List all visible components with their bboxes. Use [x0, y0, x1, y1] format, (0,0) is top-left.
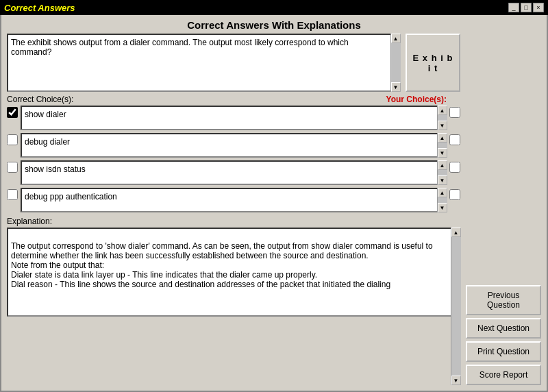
choice-text-2: debug dialer — [21, 133, 447, 158]
your-choices-label: Your Choice(s): — [386, 95, 447, 104]
scroll-up-4[interactable]: ▲ — [438, 188, 447, 197]
choice-text-4: debug ppp authentication — [21, 188, 447, 212]
your-checkbox-2[interactable] — [449, 134, 460, 145]
explanation-container: The output correspond to 'show dialer' c… — [7, 228, 460, 385]
minimize-button[interactable]: _ — [508, 3, 519, 12]
choice-text-1: show dialer — [21, 106, 447, 130]
scroll-down-2[interactable]: ▼ — [438, 148, 447, 158]
page-title: Correct Answers With Explanations — [1, 15, 547, 34]
scroll-down-1[interactable]: ▼ — [438, 121, 447, 130]
close-button[interactable]: × — [533, 3, 544, 12]
explanation-label: Explanation: — [7, 217, 460, 226]
scroll-up-3[interactable]: ▲ — [438, 160, 447, 170]
labels-row: Correct Choice(s): Your Choice(s): — [7, 93, 460, 106]
your-checkbox-3[interactable] — [449, 162, 460, 173]
previous-question-button[interactable]: Previous Question — [466, 285, 541, 315]
correct-checkbox-2[interactable] — [7, 134, 18, 145]
correct-checkbox-4[interactable] — [7, 189, 18, 200]
question-scrollbar[interactable]: ▲ ▼ — [390, 34, 400, 92]
explanation-scrollbar[interactable]: ▲ ▼ — [451, 228, 460, 385]
choice-row-4: debug ppp authentication ▲ ▼ — [7, 188, 460, 212]
right-panel: Previous Question Next Question Print Qu… — [466, 34, 541, 385]
question-text: The exhibit shows output from a dialer c… — [7, 34, 400, 92]
next-question-button[interactable]: Next Question — [466, 318, 541, 339]
choice-row-2: debug dialer ▲ ▼ — [7, 133, 460, 158]
score-report-button[interactable]: Score Report — [466, 365, 541, 385]
explanation-text: The output correspond to 'show dialer' c… — [7, 228, 460, 317]
app-title: Correct Answers — [4, 3, 75, 13]
scroll-up-arrow[interactable]: ▲ — [391, 34, 401, 43]
left-panel: The exhibit shows output from a dialer c… — [7, 34, 460, 385]
choice-scrollbar-2[interactable]: ▲ ▼ — [437, 133, 447, 158]
scroll-up-2[interactable]: ▲ — [438, 133, 447, 143]
question-container: The exhibit shows output from a dialer c… — [7, 34, 400, 92]
choice-row-1: show dialer ▲ ▼ — [7, 106, 460, 130]
correct-checkbox-1[interactable] — [7, 107, 18, 118]
print-question-button[interactable]: Print Question — [466, 341, 541, 362]
correct-checkbox-3[interactable] — [7, 162, 18, 173]
maximize-button[interactable]: □ — [521, 3, 532, 12]
expl-track — [451, 237, 461, 376]
title-controls: _ □ × — [508, 3, 544, 12]
choice-text-3: show isdn status — [21, 160, 447, 185]
scroll-up-1[interactable]: ▲ — [438, 106, 447, 115]
your-checkbox-4[interactable] — [449, 189, 460, 200]
scroll-down-arrow[interactable]: ▼ — [391, 82, 401, 92]
main-window: Correct Answers With Explanations The ex… — [0, 15, 548, 392]
title-bar: Correct Answers _ □ × — [0, 0, 548, 15]
scroll-track — [391, 43, 401, 82]
content-area: The exhibit shows output from a dialer c… — [1, 34, 547, 391]
correct-choices-label: Correct Choice(s): — [7, 95, 73, 104]
expl-scroll-down[interactable]: ▼ — [451, 376, 461, 385]
track-4 — [438, 197, 447, 203]
scroll-down-3[interactable]: ▼ — [438, 175, 447, 185]
track-2 — [438, 143, 447, 148]
expl-scroll-up[interactable]: ▲ — [451, 228, 461, 237]
choice-scrollbar-1[interactable]: ▲ ▼ — [437, 106, 447, 130]
track-3 — [438, 170, 447, 175]
scroll-down-4[interactable]: ▼ — [438, 203, 447, 212]
exhibit-button[interactable]: E x h i b i t — [406, 34, 460, 92]
choice-row-3: show isdn status ▲ ▼ — [7, 160, 460, 185]
track-1 — [438, 115, 447, 121]
your-checkbox-1[interactable] — [449, 107, 460, 118]
choice-scrollbar-4[interactable]: ▲ ▼ — [437, 188, 447, 212]
choice-scrollbar-3[interactable]: ▲ ▼ — [437, 160, 447, 185]
question-wrapper: The exhibit shows output from a dialer c… — [7, 34, 460, 92]
